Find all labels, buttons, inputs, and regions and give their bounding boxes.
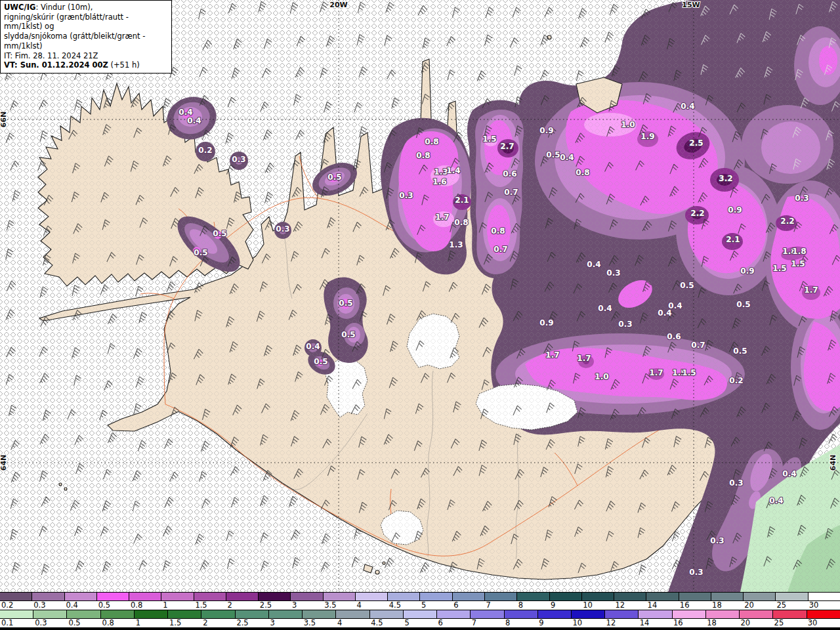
map-canvas: 0.40.40.20.30.50.50.30.50.30.80.81.31.41…: [0, 0, 840, 592]
colorbar-tick-label: 16: [672, 618, 683, 627]
colorbar-cell: [516, 593, 549, 600]
colorbar-tick-label: 25: [776, 600, 787, 610]
colorbar-cell: [201, 610, 234, 618]
precip-value-label: 0.5: [327, 173, 341, 182]
precip-value-label: 0.4: [587, 260, 600, 269]
precip-value-label: 1.0: [595, 372, 608, 381]
colorbar-tick-label: 9: [549, 600, 555, 610]
colorbar-tick-label: 2: [226, 600, 232, 610]
precip-value-label: 2.1: [726, 235, 740, 244]
precip-value-label: 0.4: [598, 304, 612, 313]
colorbar-cell: [161, 593, 193, 600]
colorbar-cell: [323, 593, 355, 600]
colorbar-tick-label: 20: [743, 600, 754, 610]
colorbar-tick-label: 0.3: [32, 600, 45, 610]
precip-value-label: 0.5: [546, 150, 560, 159]
precip-value-label: 0.4: [178, 108, 192, 117]
colorbar-cell: [484, 593, 516, 600]
precip-value-label: 2.2: [780, 217, 794, 226]
colorbar-cell: [258, 593, 290, 600]
precip-value-label: 0.3: [232, 155, 245, 164]
colorbar-cell: [32, 593, 64, 600]
colorbar-tick-label: 3: [269, 618, 275, 627]
precip-value-label: 1.9: [640, 132, 654, 141]
colorbar-tick-label: 7: [484, 600, 490, 610]
colorbar-cell: [33, 610, 66, 618]
precip-value-label: 0.3: [795, 194, 808, 203]
rain-colorbar: [0, 610, 840, 619]
colorbar-cell: [711, 593, 743, 600]
precip-value-label: 0.5: [314, 357, 327, 366]
precip-value-label: 0.5: [213, 229, 226, 238]
colorbar-tick-label: 5: [420, 600, 426, 610]
precip-value-label: 1.5: [791, 259, 805, 268]
precip-value-label: 0.4: [658, 308, 671, 318]
longitude-label: 20W: [329, 1, 347, 9]
precip-value-label: 0.7: [494, 245, 507, 254]
colorbar-tick-label: 12: [605, 618, 616, 627]
precip-value-label: 1.8: [792, 247, 806, 256]
precip-value-label: 0.5: [736, 300, 750, 309]
colorbar-tick-label: 3: [291, 600, 297, 610]
colorbar-cell: [452, 593, 484, 600]
precip-value-label: 0.4: [681, 102, 694, 111]
precip-value-label: 0.3: [399, 191, 413, 200]
colorbar-tick-label: 4.5: [369, 618, 383, 627]
colorbar-tick-label: 0.5: [67, 618, 80, 627]
rain-colorbar-labels: 0.10.30.50.811.522.533.544.5567891012141…: [0, 619, 840, 627]
latitude-label: 64N: [0, 455, 8, 471]
precip-value-label: 0.6: [667, 332, 681, 341]
precip-value-label: 0.9: [539, 126, 553, 135]
colorbar-cell: [335, 610, 369, 618]
colorbar-cell: [581, 593, 614, 600]
precip-value-label: 0.4: [769, 496, 783, 505]
colorbar-tick-label: 0.4: [64, 600, 77, 610]
colorbar-cell: [290, 593, 322, 600]
latitude-label: 66N: [0, 112, 8, 128]
colorbar-cell: [739, 610, 772, 618]
precip-value-label: 0.3: [689, 568, 703, 577]
info-line-init-time: IT: Fim. 28. 11. 2024 21Z: [4, 51, 168, 61]
colorbar-cell: [549, 593, 581, 600]
product-subtitle: : Vindur (10m),: [35, 3, 93, 12]
colorbar-cell: [268, 610, 302, 618]
colorbar-cell: [302, 610, 335, 618]
colorbar-cell: [419, 593, 452, 600]
colorbar-cell: [504, 610, 537, 618]
colorbar-tick-label: 0.1: [0, 618, 13, 627]
colorbar-cell: [66, 610, 100, 618]
precip-value-label: 1.7: [435, 213, 449, 222]
precip-value-label: 0.4: [560, 153, 574, 162]
precip-value-label: 0.6: [503, 169, 516, 178]
colorbar-cell: [672, 610, 705, 618]
product-name: UWC/IG: [4, 3, 35, 12]
latitude-label: 64N: [829, 455, 837, 471]
weather-hatch-overlay: [0, 0, 840, 592]
colorbar-tick-label: 5: [403, 618, 409, 627]
precip-value-label: 2.1: [455, 196, 469, 205]
colorbar-tick-label: 0.8: [129, 600, 142, 610]
precip-value-label: 0.8: [425, 137, 438, 146]
precip-value-label: 0.8: [576, 168, 589, 177]
colorbar-cell: [0, 610, 33, 618]
colorbar-tick-label: 4.5: [388, 600, 401, 610]
colorbar-tick-label: 4: [336, 618, 342, 627]
forecast-info-box: UWC/IG: Vindur (10m), rigning/skúrir (gr…: [0, 0, 172, 74]
colorbar-cell: [571, 610, 604, 618]
colorbar-cell: [369, 610, 403, 618]
colorbar-tick-label: 3.5: [303, 618, 316, 627]
sleet-snow-colorbar-labels: 0.20.30.40.50.811.522.533.544.5567891012…: [0, 601, 840, 610]
precip-value-label: 0.9: [740, 266, 754, 276]
colorbar-tick-label: 0.2: [0, 600, 13, 610]
colorbar-tick-label: 1.5: [168, 618, 181, 627]
precip-value-label: 2.2: [690, 209, 704, 218]
colorbar-cell: [355, 593, 387, 600]
colorbar-tick-label: 1: [161, 600, 167, 610]
colorbar-cell: [646, 593, 678, 600]
colorbar-cell: [194, 593, 226, 600]
precip-value-label: 1.7: [545, 350, 559, 360]
precip-value-label: 1.5: [772, 264, 786, 273]
colorbar-tick-label: 7: [471, 618, 476, 627]
colorbar-cell: [705, 610, 739, 618]
colorbar-tick-label: 2.5: [235, 618, 248, 627]
